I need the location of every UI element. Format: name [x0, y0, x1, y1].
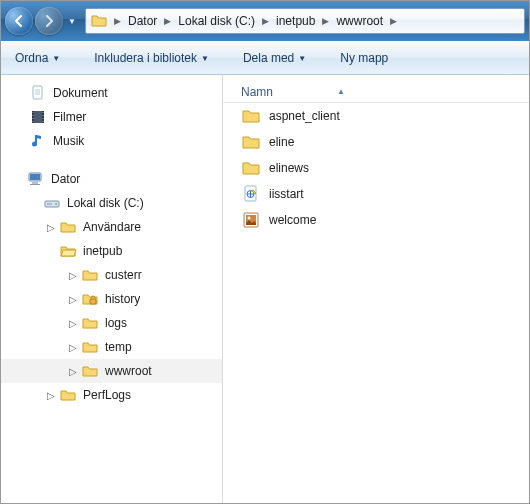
arrow-left-icon	[12, 14, 26, 28]
documents-icon	[29, 84, 47, 102]
tree-item-inetpub[interactable]: inetpub	[1, 239, 222, 263]
column-label: Namn	[241, 85, 273, 99]
computer-icon	[27, 170, 45, 188]
breadcrumb-separator[interactable]: ▶	[161, 16, 174, 26]
tree-item-perflogs[interactable]: ▷ PerfLogs	[1, 383, 222, 407]
tree-label: Användare	[83, 220, 141, 234]
chevron-down-icon: ▼	[298, 54, 306, 63]
share-button[interactable]: Dela med ▼	[237, 47, 312, 69]
file-name: eline	[269, 135, 294, 149]
arrow-right-icon	[42, 14, 56, 28]
expand-toggle[interactable]: ▷	[67, 294, 79, 305]
tree-item-videos[interactable]: Filmer	[1, 105, 222, 129]
include-library-button[interactable]: Inkludera i bibliotek ▼	[88, 47, 215, 69]
file-name: welcome	[269, 213, 316, 227]
file-row[interactable]: aspnet_client	[223, 103, 529, 129]
svg-rect-10	[43, 118, 44, 119]
tree-label: Dokument	[53, 86, 108, 100]
svg-rect-5	[33, 115, 34, 116]
file-items: aspnet_clientelineelinewsiisstartwelcome	[223, 103, 529, 233]
tree-item-users[interactable]: ▷ Användare	[1, 215, 222, 239]
breadcrumb-seg-3[interactable]: wwwroot	[332, 9, 387, 33]
expand-toggle[interactable]: ▷	[67, 318, 79, 329]
organize-label: Ordna	[15, 51, 48, 65]
tree-item-temp[interactable]: ▷ temp	[1, 335, 222, 359]
tree-label: wwwroot	[105, 364, 152, 378]
svg-rect-9	[43, 115, 44, 116]
organize-button[interactable]: Ordna ▼	[9, 47, 66, 69]
svg-rect-4	[33, 112, 34, 113]
address-bar[interactable]: ▶ Dator ▶ Lokal disk (C:) ▶ inetpub ▶ ww…	[85, 8, 525, 34]
tree-item-computer[interactable]: Dator	[1, 167, 222, 191]
breadcrumb-seg-2[interactable]: inetpub	[272, 9, 319, 33]
include-label: Inkludera i bibliotek	[94, 51, 197, 65]
folder-icon	[81, 362, 99, 380]
tree-item-logs[interactable]: ▷ logs	[1, 311, 222, 335]
folder-icon	[59, 386, 77, 404]
svg-point-18	[55, 203, 57, 205]
folder-icon	[90, 12, 108, 30]
file-name: aspnet_client	[269, 109, 340, 123]
breadcrumb-separator[interactable]: ▶	[111, 16, 124, 26]
tree-item-wwwroot[interactable]: ▷ wwwroot	[1, 359, 222, 383]
tree-label: logs	[105, 316, 127, 330]
breadcrumb-seg-0[interactable]: Dator	[124, 9, 161, 33]
expand-toggle[interactable]: ▷	[67, 366, 79, 377]
svg-rect-11	[43, 121, 44, 122]
folder-icon	[241, 158, 261, 178]
tree-item-documents[interactable]: Dokument	[1, 81, 222, 105]
breadcrumb-separator[interactable]: ▶	[387, 16, 400, 26]
tree-item-music[interactable]: Musik	[1, 129, 222, 153]
back-button[interactable]	[5, 7, 33, 35]
tree-label: temp	[105, 340, 132, 354]
folder-icon	[81, 266, 99, 284]
file-name: iisstart	[269, 187, 304, 201]
new-folder-button[interactable]: Ny mapp	[334, 47, 394, 69]
svg-point-12	[32, 142, 37, 147]
nav-history-dropdown[interactable]: ▼	[65, 7, 79, 35]
tree-item-drive-c[interactable]: Lokal disk (C:)	[1, 191, 222, 215]
explorer-body: Dokument Filmer Musik Dator	[1, 75, 529, 504]
image-file-icon	[241, 210, 261, 230]
tree-item-history[interactable]: ▷ history	[1, 287, 222, 311]
forward-button[interactable]	[35, 7, 63, 35]
file-row[interactable]: iisstart	[223, 181, 529, 207]
breadcrumb-seg-1[interactable]: Lokal disk (C:)	[174, 9, 259, 33]
file-row[interactable]: welcome	[223, 207, 529, 233]
chevron-down-icon: ▼	[52, 54, 60, 63]
file-row[interactable]: eline	[223, 129, 529, 155]
expand-toggle[interactable]: ▷	[45, 390, 57, 401]
svg-point-25	[248, 217, 251, 220]
expand-toggle[interactable]: ▷	[67, 270, 79, 281]
svg-rect-6	[33, 118, 34, 119]
svg-rect-16	[30, 184, 40, 185]
file-list-pane: Namn ▲ aspnet_clientelineelinewsiisstart…	[223, 75, 529, 504]
expand-toggle[interactable]: ▷	[45, 222, 57, 233]
column-header-row: Namn ▲	[223, 81, 529, 103]
tree-label: custerr	[105, 268, 142, 282]
tree-label: Dator	[51, 172, 80, 186]
tree-label: Musik	[53, 134, 84, 148]
tree-item-custerr[interactable]: ▷ custerr	[1, 263, 222, 287]
drive-icon	[43, 194, 61, 212]
file-row[interactable]: elinews	[223, 155, 529, 181]
svg-rect-7	[33, 121, 34, 122]
breadcrumb-separator[interactable]: ▶	[259, 16, 272, 26]
svg-rect-8	[43, 112, 44, 113]
folder-locked-icon	[81, 290, 99, 308]
svg-rect-14	[30, 174, 40, 180]
tree-label: Filmer	[53, 110, 86, 124]
column-header-name[interactable]: Namn ▲	[241, 85, 345, 99]
sort-indicator-icon: ▲	[337, 87, 345, 96]
expand-toggle[interactable]: ▷	[67, 342, 79, 353]
folder-icon	[241, 106, 261, 126]
breadcrumb-separator[interactable]: ▶	[319, 16, 332, 26]
folder-icon	[241, 132, 261, 152]
new-folder-label: Ny mapp	[340, 51, 388, 65]
tree-label: history	[105, 292, 140, 306]
svg-rect-20	[90, 299, 96, 304]
tree-label: PerfLogs	[83, 388, 131, 402]
file-name: elinews	[269, 161, 309, 175]
html-file-icon	[241, 184, 261, 204]
svg-rect-15	[32, 182, 38, 184]
